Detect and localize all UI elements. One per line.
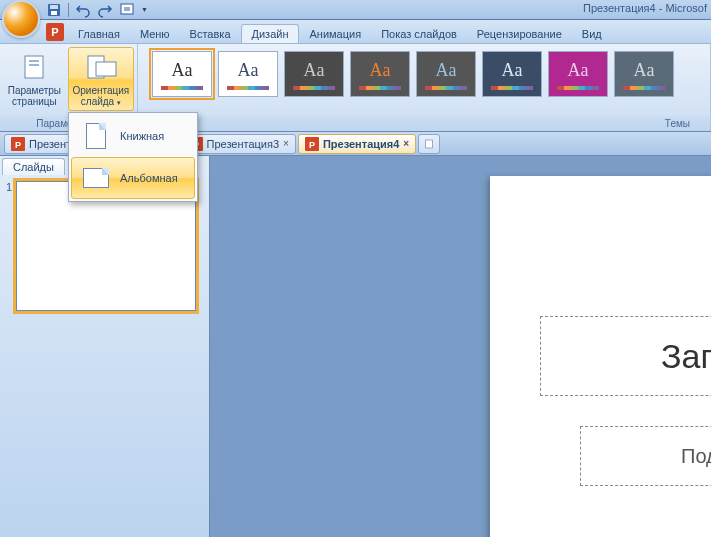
theme-thumbnail[interactable]: Aa [614,51,674,97]
ribbon-tab-меню[interactable]: Меню [130,25,180,43]
menu-item-label: Книжная [120,130,164,142]
close-icon[interactable]: × [283,138,289,149]
app-title: Презентация4 - Microsof [583,2,707,14]
orientation-label: Ориентация слайда ▾ [73,85,130,108]
document-tab[interactable]: PПрезентация4× [298,134,416,154]
new-document-tab[interactable] [418,134,440,154]
quick-access-toolbar: ▼ [46,2,148,18]
page-setup-button[interactable]: Параметры страницы [3,47,66,110]
slides-panel: Слайды 1 [0,156,210,537]
ribbon-tab-вставка[interactable]: Вставка [180,25,241,43]
chevron-down-icon[interactable]: ▼ [141,6,148,13]
svg-rect-7 [29,60,39,62]
redo-icon[interactable] [97,2,113,18]
new-doc-icon [425,137,433,151]
slide-canvas[interactable]: Заго Под [490,176,711,537]
powerpoint-icon: P [305,137,319,151]
theme-thumbnail[interactable]: Aa [350,51,410,97]
theme-thumbnail[interactable]: Aa [218,51,278,97]
svg-rect-19 [426,140,433,148]
orientation-portrait-item[interactable]: Книжная [71,115,195,157]
page-setup-icon [20,53,48,81]
title-placeholder[interactable]: Заго [540,316,711,396]
svg-rect-3 [121,4,133,14]
landscape-icon [80,164,112,192]
portrait-icon [80,122,112,150]
svg-rect-1 [50,5,58,9]
tab-label: Презентация4 [323,138,399,150]
theme-thumbnail[interactable]: Aa [284,51,344,97]
undo-icon[interactable] [75,2,91,18]
tab-label: Презент [29,138,71,150]
theme-thumbnail[interactable]: Aa [548,51,608,97]
svg-rect-10 [96,62,116,76]
subtitle-placeholder[interactable]: Под [580,426,711,486]
tab-label: Презентация3 [207,138,280,150]
powerpoint-icon: P [11,137,25,151]
ribbon-tab-рецензирование[interactable]: Рецензирование [467,25,572,43]
title-bar: ▼ Презентация4 - Microsof [0,0,711,20]
svg-rect-2 [51,11,57,15]
ribbon-group-label: Темы [138,117,710,131]
slide-orientation-button[interactable]: Ориентация слайда ▾ [68,47,134,111]
theme-thumbnail[interactable]: Aa [416,51,476,97]
chevron-down-icon: ▾ [117,99,121,106]
ribbon-group-themes: AaAaAaAaAaAaAaAa Темы [138,44,711,131]
menu-item-label: Альбомная [120,172,178,184]
theme-thumbnail[interactable]: Aa [152,51,212,97]
orientation-menu: Книжная Альбомная [68,112,198,202]
slide-number: 1 [6,181,12,311]
qat-customize-icon[interactable] [119,2,135,18]
orientation-landscape-item[interactable]: Альбомная [71,157,195,199]
document-tab[interactable]: PПрезентация3× [182,134,296,154]
ribbon-tab-главная[interactable]: Главная [68,25,130,43]
svg-text:P: P [15,140,21,150]
svg-rect-8 [29,64,39,66]
ribbon-tab-анимация[interactable]: Анимация [299,25,371,43]
ribbon-tab-вид[interactable]: Вид [572,25,612,43]
ribbon-tab-показ слайдов[interactable]: Показ слайдов [371,25,467,43]
slides-tab[interactable]: Слайды [2,158,65,175]
office-button[interactable] [2,0,40,38]
close-icon[interactable]: × [403,138,409,149]
slide-editor: Заго Под [210,156,711,537]
svg-text:P: P [309,140,315,150]
orientation-icon [85,52,117,82]
save-icon[interactable] [46,2,62,18]
themes-gallery: AaAaAaAaAaAaAaAa [146,47,680,101]
page-setup-label: Параметры страницы [8,85,61,107]
svg-rect-6 [25,56,43,78]
theme-thumbnail[interactable]: Aa [482,51,542,97]
ribbon-tabs: P ГлавнаяМенюВставкаДизайнАнимацияПоказ … [0,20,711,44]
powerpoint-icon: P [46,23,64,41]
svg-text:P: P [51,26,58,38]
ribbon-tab-дизайн[interactable]: Дизайн [241,24,300,43]
